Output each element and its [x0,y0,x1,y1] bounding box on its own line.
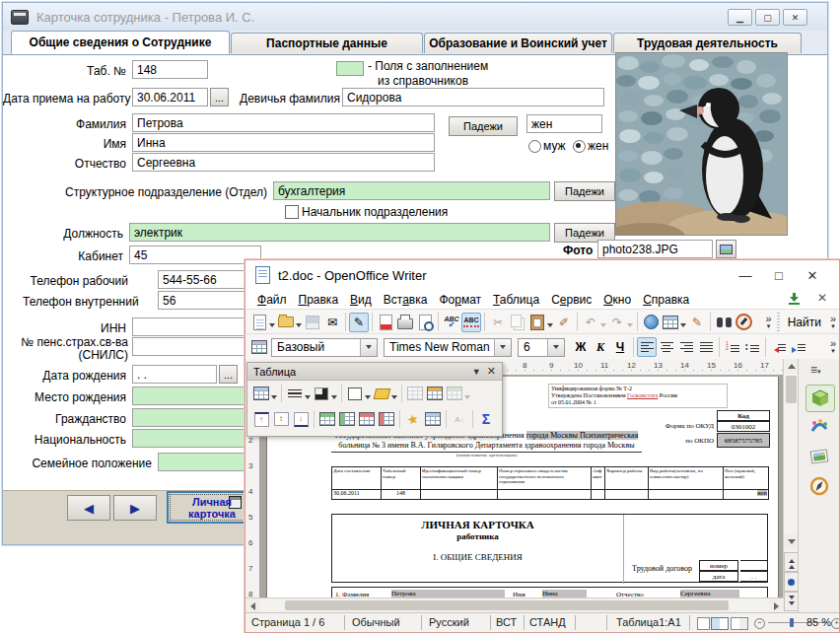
tab-passport[interactable]: Паспортные данные [231,33,423,53]
close-button[interactable]: ✕ [783,9,807,26]
font-combo-dropdown[interactable] [494,339,511,356]
multi-page-view-icon[interactable] [711,617,729,630]
scroll-down-button[interactable] [784,534,799,549]
size-combo-dropdown[interactable] [547,339,564,356]
navigation-button[interactable] [784,572,799,592]
birth-date-field[interactable]: . . [132,365,217,384]
standard-toolbar-overflow[interactable]: »▾ [763,315,775,330]
border-color-dropdown[interactable] [331,395,337,402]
increase-indent-icon[interactable] [789,337,808,357]
next-page-button[interactable] [784,592,799,611]
close-document-icon[interactable]: ✕ [817,291,827,305]
menu-window[interactable]: Окно [597,293,637,307]
status-page[interactable]: Страница 1 / 6 [251,616,324,628]
undo-icon[interactable]: ↶ [581,313,600,332]
bullet-list-icon[interactable]: •• [742,337,762,357]
align-center-icon[interactable] [657,337,676,357]
tab-work[interactable]: Трудовая деятельность [613,33,802,53]
sidebar-properties-icon[interactable] [805,385,835,412]
menu-insert[interactable]: Вставка [378,293,434,307]
book-view-icon[interactable] [731,617,748,630]
sidebar-gallery-icon[interactable] [805,414,833,440]
prev-record-button[interactable]: ◀ [67,495,110,521]
formatting-toolbar-overflow[interactable]: »▾ [827,339,839,355]
font-name-combo[interactable]: Times New Roman [384,338,512,357]
menu-help[interactable]: Справка [637,293,695,307]
center-vertical-icon[interactable]: ↕ [271,409,291,429]
writer-titlebar[interactable]: t2.doc - OpenOffice Writer — □ ✕ [245,260,839,290]
scroll-left-button[interactable] [245,598,260,613]
draw-functions-icon[interactable]: ✎ [687,313,707,332]
gender-male-radio[interactable] [528,140,541,153]
menu-table[interactable]: Таблица [487,293,545,307]
optimize-dropdown[interactable] [464,395,470,402]
numbered-list-icon[interactable]: 12 [723,337,742,357]
optimize-icon[interactable] [445,384,464,403]
background-color-dropdown[interactable] [391,395,397,402]
border-color-icon[interactable] [312,384,331,403]
photo-browse-button[interactable] [716,240,736,258]
bold-icon[interactable]: Ж [571,337,591,357]
menu-format[interactable]: Формат [433,293,487,307]
background-color-icon[interactable] [372,384,391,403]
vertical-scrollbar[interactable] [783,359,799,613]
spellcheck-icon[interactable]: ABC✔ [442,313,461,332]
insert-table-icon[interactable] [661,313,680,332]
decrease-indent-icon[interactable] [769,337,789,357]
insert-row-icon[interactable] [317,409,337,429]
line-style-dropdown[interactable] [305,395,311,402]
minimize-button[interactable]: ▁ [728,9,752,26]
page-preview-icon[interactable] [415,313,435,332]
email-icon[interactable]: ✉ [322,313,342,332]
find-replace-icon[interactable] [714,313,734,332]
scroll-right-button[interactable] [769,598,784,613]
new-document-dropdown[interactable] [269,323,275,330]
undo-dropdown[interactable] [600,323,606,330]
sort-icon[interactable]: A↓ [450,409,469,429]
scroll-up-button[interactable] [784,359,799,374]
department-field[interactable]: бухгалтерия [273,181,550,200]
table-properties-icon[interactable] [423,409,443,429]
horizontal-scrollbar[interactable] [245,598,784,613]
tab-general[interactable]: Общие сведения о Сотруднике [11,31,230,54]
cut-icon[interactable]: ✂ [488,313,508,332]
copy-icon[interactable] [508,313,527,332]
align-right-icon[interactable] [676,337,696,357]
cases-button-name[interactable]: Падежи [449,116,518,136]
writer-minimize-button[interactable]: — [731,262,760,288]
redo-icon[interactable]: ↷ [607,313,627,332]
room-field[interactable]: 45 [129,246,261,264]
redo-dropdown[interactable] [627,323,633,330]
format-paintbrush-icon[interactable]: ✐ [554,313,574,332]
status-zoom-value[interactable]: 85 % [806,616,831,628]
sidebar-media-icon[interactable] [805,444,833,469]
insert-table-dropdown[interactable] [271,395,277,402]
first-name-field[interactable]: Инна [132,133,435,152]
merge-cells-icon[interactable] [405,384,425,403]
align-top-icon[interactable]: ↑ [251,409,271,429]
previous-page-button[interactable] [784,552,799,572]
navigator-icon[interactable] [734,313,753,332]
status-selection-mode[interactable]: СТАНД [529,616,566,628]
open-dropdown[interactable] [296,323,302,330]
sum-icon[interactable]: Σ [476,409,496,429]
horizontal-scroll-thumb[interactable] [285,600,729,610]
zoom-out-icon[interactable]: − [754,618,765,629]
paragraph-style-combo[interactable]: Базовый [271,338,378,357]
position-field[interactable]: электрик [129,223,550,242]
menu-file[interactable]: Файл [251,293,293,307]
style-combo-dropdown[interactable] [360,339,377,356]
status-language[interactable]: Русский [429,616,469,628]
photo-filename-field[interactable]: photo238.JPG [597,240,713,258]
zoom-in-icon[interactable]: + [831,618,840,629]
cases-button-department[interactable]: Падежи [554,181,615,201]
maiden-name-field[interactable]: Сидорова [342,88,604,106]
align-bottom-icon[interactable]: ↓ [291,409,311,429]
autoformat-icon[interactable]: ★ [403,409,423,429]
vertical-scroll-thumb[interactable] [786,376,797,403]
next-record-button[interactable]: ▶ [113,495,157,521]
find-toolbar-overflow[interactable]: »▾ [827,315,839,330]
head-of-department-checkbox[interactable] [285,205,299,219]
zoom-slider-thumb[interactable] [790,618,794,627]
birth-date-picker-button[interactable]: ... [219,365,238,384]
